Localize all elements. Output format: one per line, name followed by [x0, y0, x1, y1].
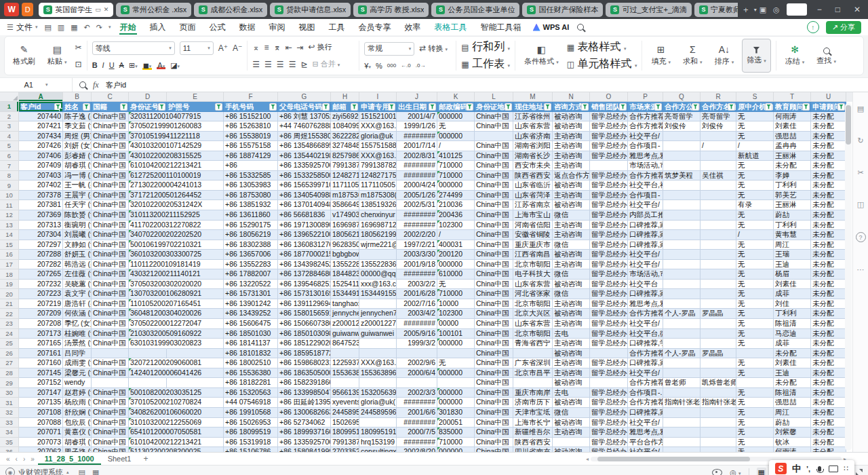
- cell[interactable]: 207440: [19, 112, 63, 122]
- export-icon[interactable]: ▥: [58, 23, 64, 32]
- header-cell[interactable]: 身份证号: [129, 102, 167, 112]
- currency-button[interactable]: ¥▾: [364, 62, 371, 70]
- menu-item-插入[interactable]: 插入: [149, 20, 167, 35]
- cell[interactable]: China中国: [475, 408, 513, 418]
- cell[interactable]: 胡睿琪 (女): [63, 161, 92, 171]
- cell[interactable]: 合作方推荐: [628, 378, 663, 388]
- cell[interactable]: 衡琬明 (女): [63, 221, 92, 231]
- cell[interactable]: 主动咨询: [553, 191, 590, 201]
- row-number[interactable]: 22: [0, 309, 19, 319]
- cell[interactable]: +86 19910568: [224, 408, 278, 418]
- header-cell[interactable]: 合作方名称: [701, 102, 736, 112]
- cell[interactable]: 207160: [19, 358, 63, 368]
- cell[interactable]: 口碑推荐,家: [628, 230, 663, 240]
- cell[interactable]: China中国: [475, 418, 513, 428]
- cell[interactable]: 主动咨询: [553, 319, 590, 329]
- cell[interactable]: 864752343: [331, 339, 359, 349]
- cell[interactable]: 207165: [19, 339, 63, 349]
- cell[interactable]: 未分配: [811, 112, 846, 122]
- cell[interactable]: 207409: [19, 161, 63, 171]
- cell[interactable]: 韩浩远 (男): [63, 260, 92, 270]
- cell[interactable]: 155363896: [331, 368, 359, 379]
- cell[interactable]: 被动咨询: [553, 250, 590, 260]
- cell[interactable]: z20001227: [359, 319, 397, 329]
- cell[interactable]: 合作方推荐: [628, 171, 663, 181]
- cell[interactable]: 410125: [437, 151, 475, 162]
- cell[interactable]: China中国: [92, 280, 129, 290]
- cell[interactable]: 合作方推荐: [628, 349, 663, 359]
- prev-sheet-icon[interactable]: ‹: [14, 455, 20, 463]
- cell[interactable]: [701, 221, 736, 231]
- cell[interactable]: China中国: [475, 339, 513, 349]
- cell[interactable]: 500108200203035125: [129, 388, 167, 398]
- cell[interactable]: 2000/7/5: [397, 428, 437, 438]
- row-number[interactable]: 31: [0, 398, 19, 408]
- cell[interactable]: China中国: [92, 161, 129, 171]
- number-format-select[interactable]: 常规▾: [364, 42, 414, 56]
- filter-dropdown-button[interactable]: [728, 103, 735, 111]
- cell[interactable]: [701, 447, 736, 452]
- cell[interactable]: +86 1339985047: [278, 388, 331, 398]
- cell[interactable]: 湖南省浏阳: [513, 141, 553, 151]
- cell[interactable]: 口碑推荐,家: [628, 289, 663, 299]
- last-sheet-icon[interactable]: »: [28, 455, 37, 463]
- row-number[interactable]: 26: [0, 349, 19, 359]
- cell[interactable]: 舒欣娴 (女): [63, 408, 92, 418]
- cell[interactable]: 内部员工推: [628, 210, 663, 221]
- cell[interactable]: +44 07546918: [224, 398, 278, 408]
- cell[interactable]: China中国: [475, 368, 513, 379]
- cell[interactable]: 未分配: [811, 250, 846, 260]
- filter-dropdown-button[interactable]: [83, 103, 90, 111]
- cell[interactable]: China中国: [92, 210, 129, 221]
- cell[interactable]: +86 15575158: [224, 141, 278, 151]
- chevron-down-icon[interactable]: ▾: [108, 24, 111, 30]
- row-number[interactable]: 6: [0, 151, 19, 162]
- cell[interactable]: China中国: [475, 319, 513, 329]
- cell[interactable]: /: [736, 230, 774, 240]
- cell[interactable]: 10000: [437, 299, 475, 309]
- cell[interactable]: 季文茹 (女): [63, 121, 92, 132]
- cell[interactable]: +86 18874129: [224, 151, 278, 162]
- cell[interactable]: +86 1370140948: [278, 200, 331, 210]
- cell[interactable]: +86 13552283: [224, 260, 278, 270]
- cell[interactable]: 无: [736, 388, 774, 398]
- cell[interactable]: 未分配: [811, 260, 846, 270]
- cell[interactable]: 710000: [437, 289, 475, 299]
- cell[interactable]: [701, 269, 736, 280]
- cell[interactable]: 主动咨询: [553, 221, 590, 231]
- cell[interactable]: 207145: [19, 368, 63, 379]
- cell[interactable]: +86 13053983: [224, 180, 278, 191]
- cell[interactable]: China中国: [92, 180, 129, 191]
- cell[interactable]: [701, 151, 736, 162]
- cell[interactable]: [590, 378, 628, 388]
- cell[interactable]: 未分配: [811, 210, 846, 221]
- cell[interactable]: [663, 210, 701, 221]
- align-bottom-icon[interactable]: ⌆: [273, 43, 280, 52]
- cell[interactable]: 207369: [19, 210, 63, 221]
- cell[interactable]: 被动咨询: [553, 378, 590, 388]
- menu-item-智能工具箱[interactable]: 智能工具箱: [480, 20, 522, 35]
- cell[interactable]: China中国: [475, 289, 513, 299]
- cell[interactable]: 周江: [774, 240, 811, 250]
- cell[interactable]: 留学总经办: [590, 299, 628, 309]
- cell[interactable]: 无: [736, 319, 774, 329]
- cell[interactable]: 400031: [437, 240, 475, 250]
- cell[interactable]: XXX@163.c: [359, 358, 397, 368]
- column-header-K[interactable]: K: [437, 92, 475, 102]
- column-header-P[interactable]: P: [628, 92, 663, 102]
- cell[interactable]: [663, 368, 701, 379]
- cell[interactable]: 刘妍 (女): [63, 141, 92, 151]
- cell[interactable]: 亮哥留学: [701, 112, 736, 122]
- cell[interactable]: 强思喆: [774, 132, 811, 142]
- cell[interactable]: 无: [437, 280, 475, 290]
- cell[interactable]: +86 13901242: [224, 299, 278, 309]
- cell[interactable]: +86 13439252: [224, 309, 278, 319]
- cell[interactable]: +86 1580156591: [278, 309, 331, 319]
- cell[interactable]: /: [437, 230, 475, 240]
- cell[interactable]: 主动咨询: [553, 339, 590, 349]
- cell[interactable]: +86 18002510: [224, 358, 278, 368]
- ime-punct[interactable]: ’,: [806, 465, 810, 473]
- cell[interactable]: 327484864: [331, 141, 359, 151]
- cell[interactable]: 上海市长宁: [513, 418, 553, 428]
- cell[interactable]: China中国: [475, 280, 513, 290]
